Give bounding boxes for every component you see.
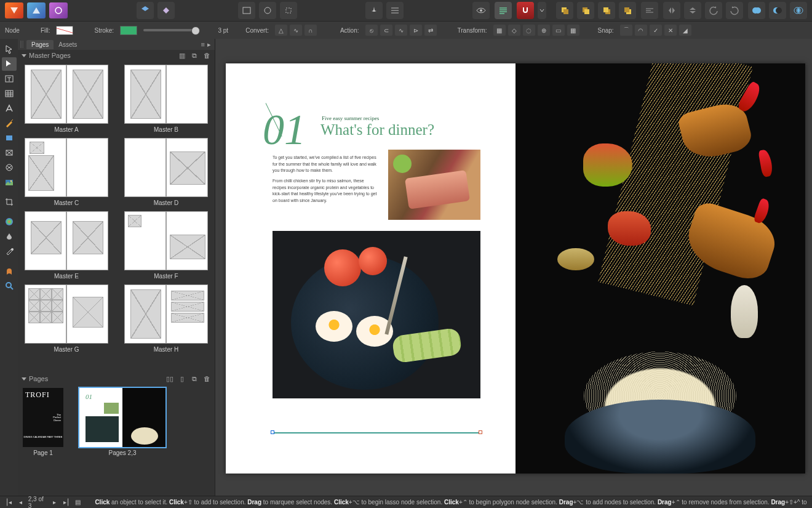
pages-section-header[interactable]: Pages ▯▯ ▯ ⧉ 🗑 [18,373,215,384]
page-2[interactable]: 01 Five easy summer recipes What's for d… [226,63,515,474]
boolean-subtract-icon[interactable] [769,2,786,19]
flip-horizontal-icon[interactable] [663,2,680,19]
transform-select-icon[interactable]: ▭ [552,25,565,36]
vector-crop-tool-icon[interactable] [2,195,17,209]
transform-show-icon[interactable]: ◇ [508,25,520,36]
convert-smooth-icon[interactable]: ∿ [290,25,302,36]
disclosure-triangle-icon[interactable] [22,54,26,57]
tab-assets[interactable]: Assets [54,40,82,49]
disclosure-triangle-icon[interactable] [22,377,26,381]
delete-page-icon[interactable]: 🗑 [202,374,211,383]
transparency-tool-icon[interactable] [2,230,17,243]
last-page-icon[interactable]: ▸⎮ [62,498,70,507]
revert-defaults-icon[interactable] [157,2,175,19]
toggle-guides-icon[interactable] [495,2,512,19]
duplicate-page-icon[interactable]: ⧉ [190,374,199,383]
snap-curve-icon[interactable]: ⌒ [620,25,632,36]
action-close-icon[interactable]: ⊂ [380,25,392,36]
delete-master-icon[interactable]: 🗑 [202,51,211,60]
pin-icon[interactable] [365,2,383,19]
selection-handle-left-icon[interactable] [271,430,274,434]
first-page-icon[interactable]: ⎮◂ [5,498,13,507]
image-frame-rect-tool-icon[interactable] [2,146,17,159]
image-frame-ellipse-tool-icon[interactable] [2,161,17,174]
next-page-icon[interactable]: ▸ [51,498,59,507]
fill-swatch[interactable] [56,26,73,35]
preview-mode-icon[interactable] [472,2,490,19]
stroke-width-slider[interactable] [143,29,199,31]
master-item[interactable]: Master G [23,284,110,353]
master-item[interactable]: Master F [122,211,210,280]
snap-all-icon[interactable]: ✓ [650,25,662,36]
panel-close-icon[interactable]: ▸ [207,41,211,49]
show-text-wrap-icon[interactable] [259,2,276,19]
snapping-menu-chevron-icon[interactable] [538,2,546,19]
master-item[interactable]: Master E [23,211,110,280]
inline-photo-salmon[interactable] [388,150,480,220]
snap-handles-icon[interactable]: ✕ [664,25,677,36]
sync-defaults-icon[interactable] [137,2,154,19]
master-pages-header[interactable]: Master Pages ▥ ⧉ 🗑 [18,50,215,61]
action-smooth-icon[interactable]: ∿ [395,25,407,36]
move-backward-icon[interactable] [598,2,615,19]
transform-mode-icon[interactable]: ▦ [493,25,506,36]
convert-sharp-icon[interactable]: △ [275,25,287,36]
master-item[interactable]: Master B [122,65,210,133]
clip-to-canvas-icon[interactable] [280,2,297,19]
rectangle-tool-icon[interactable] [2,131,17,145]
flip-vertical-icon[interactable] [684,2,701,19]
rotate-ccw-icon[interactable] [705,2,722,19]
stroke-swatch[interactable] [120,26,137,35]
add-master-icon[interactable]: ▥ [178,51,186,60]
duplicate-master-icon[interactable]: ⧉ [190,51,199,60]
move-forward-icon[interactable] [577,2,594,19]
spread[interactable]: 01 Five easy summer recipes What's for d… [226,63,805,474]
view-tool-icon[interactable] [2,264,17,278]
preflight-icon[interactable]: ▤ [74,498,82,507]
transform-origin-icon[interactable]: ⊕ [538,25,550,36]
page-thumb-1[interactable]: TROFI ThePerfectDinner DINING CALENDAR P… [23,388,63,492]
master-item[interactable]: Master C [23,138,110,206]
transform-hide-icon[interactable]: ◌ [523,25,535,36]
pen-tool-icon[interactable] [2,116,17,130]
designer-persona-icon[interactable] [27,2,46,18]
move-to-front-icon[interactable] [556,2,573,19]
convert-smart-icon[interactable]: ∩ [304,25,317,36]
transform-cycle-icon[interactable]: ▦ [567,25,579,36]
boolean-intersect-icon[interactable] [790,2,807,19]
boolean-add-icon[interactable] [748,2,765,19]
master-item[interactable]: Master D [122,138,210,206]
tab-pages[interactable]: Pages [26,40,54,49]
master-item[interactable]: Master A [23,65,110,133]
action-break-icon[interactable]: ⎋ [365,25,378,36]
panel-menu-icon[interactable]: ≡ [201,41,205,49]
publisher-persona-icon[interactable] [5,2,23,18]
color-picker-tool-icon[interactable] [2,244,17,258]
table-tool-icon[interactable] [2,87,17,100]
node-tool-icon[interactable] [2,57,17,71]
prev-page-icon[interactable]: ◂ [17,498,25,507]
stroke-width-value[interactable]: 3 pt [205,27,228,34]
add-page-icon[interactable]: ▯ [178,374,186,383]
snap-construction-icon[interactable]: ◢ [679,25,691,36]
place-image-tool-icon[interactable] [2,175,17,189]
action-reverse-icon[interactable]: ⇄ [424,25,437,36]
align-menu-icon[interactable] [641,2,658,19]
facing-pages-icon[interactable]: ▯▯ [165,374,174,383]
move-to-back-icon[interactable] [619,2,636,19]
master-item[interactable]: Master H [122,284,210,353]
selected-line-object[interactable] [273,432,480,433]
action-join-icon[interactable]: ⊳ [410,25,422,36]
fill-tool-icon[interactable] [2,215,17,228]
move-tool-icon[interactable] [2,42,17,56]
selection-handle-right-icon[interactable] [479,430,482,434]
baseline-grid-icon[interactable] [386,2,404,19]
hero-photo-bowl[interactable] [273,231,480,398]
frame-text-tool-icon[interactable] [2,72,17,86]
page-3[interactable] [515,63,805,474]
page-thumb-2-3[interactable]: 01 Pages 2,3 [79,388,165,492]
photo-persona-icon[interactable] [49,2,68,18]
text-wrap-setting-icon[interactable] [238,2,255,19]
page1-thumbnail[interactable]: TROFI ThePerfectDinner DINING CALENDAR P… [23,388,63,447]
rotate-cw-icon[interactable] [726,2,743,19]
